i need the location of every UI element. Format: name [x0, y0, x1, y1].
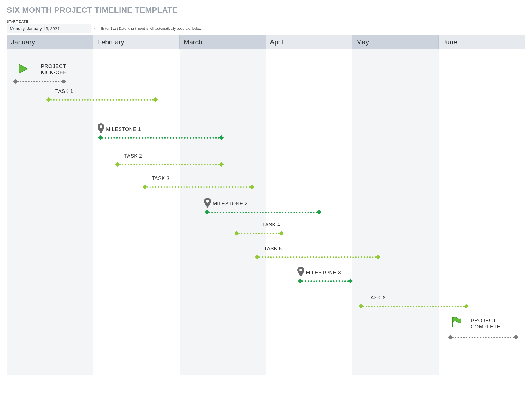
months-header: January February March April May June: [7, 35, 525, 49]
start-date-section: START DATE Monday, January 15, 2024 <---…: [7, 20, 525, 33]
task1-bar: TASK 1: [47, 96, 157, 104]
milestone3-bar: MILESTONE 3: [299, 277, 352, 285]
task4-bar: TASK 4: [235, 229, 283, 237]
page-title: SIX MONTH PROJECT TIMELINE TEMPLATE: [7, 6, 525, 15]
month-january: January: [7, 35, 93, 49]
svg-point-2: [206, 200, 209, 203]
task2-label: TASK 2: [124, 153, 142, 159]
start-date-hint: <--- Enter Start Date; chart months will…: [94, 27, 202, 31]
month-february: February: [93, 35, 180, 49]
task2-bar: TASK 2: [116, 160, 223, 169]
milestone1-bar: MILESTONE 1: [99, 133, 223, 142]
task4-label: TASK 4: [262, 222, 280, 228]
task3-label: TASK 3: [152, 176, 170, 181]
milestone2-bar: MILESTONE 2: [205, 208, 321, 216]
timeline-chart: January February March April May June PR…: [7, 35, 525, 375]
map-pin-icon: [97, 123, 105, 133]
start-date-input[interactable]: Monday, January 15, 2024: [7, 24, 91, 33]
milestone1-label: MILESTONE 1: [106, 126, 141, 132]
map-pin-icon: [297, 267, 305, 277]
svg-point-1: [100, 125, 102, 128]
task6-label: TASK 6: [368, 295, 386, 301]
month-may: May: [352, 35, 439, 49]
flag-icon: [450, 316, 462, 327]
task6-bar: TASK 6: [359, 302, 468, 310]
month-june: June: [439, 35, 525, 49]
complete-label: PROJECT COMPLETE: [471, 317, 501, 330]
play-triangle-icon: [17, 63, 29, 74]
chart-body: PROJECT KICK-OFF TASK 1 MILESTONE 1 TASK…: [7, 49, 525, 375]
task1-label: TASK 1: [55, 88, 73, 94]
start-date-label: START DATE: [7, 20, 525, 24]
kickoff-label: PROJECT KICK-OFF: [41, 63, 66, 76]
svg-point-3: [299, 269, 302, 271]
complete-bar: [449, 333, 518, 341]
map-pin-icon: [204, 198, 211, 208]
task5-label: TASK 5: [264, 246, 282, 252]
month-march: March: [180, 35, 266, 49]
task3-bar: TASK 3: [143, 183, 253, 191]
svg-marker-0: [19, 64, 28, 73]
milestone3-label: MILESTONE 3: [306, 270, 341, 276]
month-april: April: [266, 35, 352, 49]
kickoff-bar: [14, 77, 66, 86]
milestone2-label: MILESTONE 2: [213, 201, 247, 207]
task5-bar: TASK 5: [256, 253, 380, 261]
